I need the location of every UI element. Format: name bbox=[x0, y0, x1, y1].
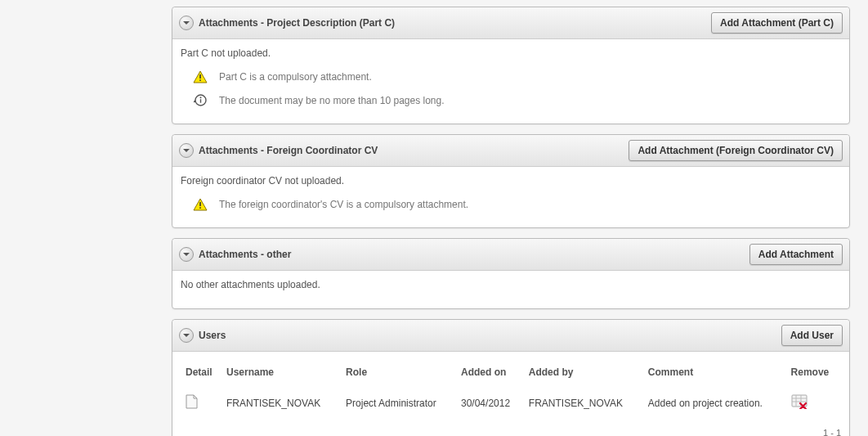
warning-row: Part C is a compulsory attachment. bbox=[181, 65, 841, 88]
panel-title: Attachments - other bbox=[199, 249, 291, 260]
warning-icon bbox=[193, 198, 208, 211]
svg-rect-3 bbox=[199, 99, 200, 103]
warning-text: Part C is a compulsory attachment. bbox=[219, 71, 372, 83]
panel-title: Attachments - Project Description (Part … bbox=[199, 17, 395, 29]
svg-rect-4 bbox=[199, 202, 201, 206]
warning-row: The foreign coordinator's CV is a compul… bbox=[181, 193, 841, 216]
warning-icon bbox=[193, 70, 208, 83]
col-comment: Comment bbox=[643, 360, 786, 389]
status-text: Part C not uploaded. bbox=[181, 47, 841, 59]
col-remove: Remove bbox=[786, 360, 841, 389]
status-text: Foreign coordinator CV not uploaded. bbox=[181, 175, 841, 187]
col-username: Username bbox=[221, 360, 341, 389]
svg-rect-0 bbox=[199, 74, 201, 79]
panel-header: Users Add User bbox=[172, 320, 849, 352]
users-table: Detail Username Role Added on Added by C… bbox=[181, 360, 841, 416]
cell-comment: Added on project creation. bbox=[643, 389, 786, 416]
col-detail: Detail bbox=[181, 360, 221, 389]
collapse-toggle-partc[interactable] bbox=[179, 16, 194, 30]
cell-username: FRANTISEK_NOVAK bbox=[221, 389, 341, 416]
col-added-by: Added by bbox=[524, 360, 643, 389]
add-attachment-foreign-button[interactable]: Add Attachment (Foreign Coordinator CV) bbox=[629, 140, 843, 161]
svg-rect-5 bbox=[199, 207, 201, 209]
page-content: Attachments - Project Description (Part … bbox=[0, 0, 850, 436]
collapse-toggle-other[interactable] bbox=[179, 247, 194, 262]
collapse-toggle-foreign[interactable] bbox=[179, 143, 194, 158]
panel-attachments-other: Attachments - other Add Attachment No ot… bbox=[172, 238, 850, 309]
add-user-button[interactable]: Add User bbox=[781, 325, 843, 346]
warning-text: The foreign coordinator's CV is a compul… bbox=[219, 199, 468, 210]
chevron-down-icon bbox=[182, 146, 190, 155]
svg-point-2 bbox=[199, 97, 201, 98]
cell-role: Project Administrator bbox=[341, 389, 456, 416]
add-attachment-other-button[interactable]: Add Attachment bbox=[749, 244, 843, 265]
detail-icon[interactable] bbox=[186, 394, 198, 409]
panel-title: Attachments - Foreign Coordinator CV bbox=[199, 145, 378, 156]
info-row: The document may be no more than 10 page… bbox=[181, 88, 841, 112]
table-header-row: Detail Username Role Added on Added by C… bbox=[181, 360, 841, 389]
cell-added-by: FRANTISEK_NOVAK bbox=[524, 389, 643, 416]
cell-added-on: 30/04/2012 bbox=[456, 389, 524, 416]
panel-attachments-partc: Attachments - Project Description (Part … bbox=[172, 7, 850, 124]
table-row: FRANTISEK_NOVAK Project Administrator 30… bbox=[181, 389, 841, 416]
panel-body: No other attachments uploaded. bbox=[172, 271, 849, 308]
panel-header: Attachments - Foreign Coordinator CV Add… bbox=[172, 135, 849, 167]
panel-header: Attachments - other Add Attachment bbox=[172, 239, 849, 271]
panel-body: Foreign coordinator CV not uploaded. The… bbox=[172, 167, 849, 227]
col-added-on: Added on bbox=[456, 360, 524, 389]
chevron-down-icon bbox=[182, 19, 190, 27]
info-text: The document may be no more than 10 page… bbox=[219, 95, 445, 106]
users-table-wrap: Detail Username Role Added on Added by C… bbox=[172, 352, 849, 436]
panel-users: Users Add User Detail Username Role Adde… bbox=[172, 319, 850, 436]
col-role: Role bbox=[341, 360, 456, 389]
remove-user-button[interactable] bbox=[791, 394, 808, 409]
svg-rect-1 bbox=[199, 79, 201, 81]
panel-header: Attachments - Project Description (Part … bbox=[172, 7, 849, 39]
status-text: No other attachments uploaded. bbox=[181, 279, 841, 290]
add-attachment-partc-button[interactable]: Add Attachment (Part C) bbox=[711, 12, 843, 34]
chevron-down-icon bbox=[182, 250, 190, 258]
panel-title: Users bbox=[199, 330, 226, 341]
pagination-label: 1 - 1 bbox=[181, 416, 841, 436]
chevron-down-icon bbox=[182, 331, 190, 339]
info-icon bbox=[193, 93, 208, 107]
collapse-toggle-users[interactable] bbox=[179, 328, 194, 343]
panel-attachments-foreign: Attachments - Foreign Coordinator CV Add… bbox=[172, 134, 850, 228]
panel-body: Part C not uploaded. Part C is a compuls… bbox=[172, 39, 849, 124]
